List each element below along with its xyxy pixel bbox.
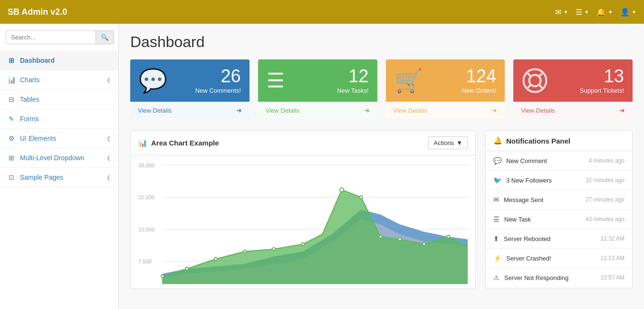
dashboard-icon: ⊞ bbox=[8, 57, 15, 64]
notif-task-icon: ☰ bbox=[493, 215, 500, 223]
chart-title-icon: 📊 bbox=[138, 139, 147, 147]
orders-label: New Orders! bbox=[461, 87, 496, 94]
sidebar-item-sample-pages[interactable]: ⊡ Sample Pages ❮ bbox=[0, 168, 118, 187]
svg-point-1 bbox=[529, 75, 541, 87]
multi-level-icon: ⊞ bbox=[8, 154, 15, 162]
notif-crash-time: 11:13 AM bbox=[600, 255, 625, 261]
chart-panel: 📊 Area Chart Example Actions ▼ bbox=[130, 130, 476, 289]
notif-item-new-task[interactable]: ☰ New Task 43 minutes ago bbox=[486, 210, 632, 229]
stat-card-tickets: 13 Support Tickets! View Details ➜ bbox=[513, 59, 633, 119]
notif-item-message-sent[interactable]: ✉ Message Sent 27 minutes ago bbox=[486, 190, 632, 210]
notif-comment-icon: 💬 bbox=[493, 157, 501, 164]
main-content: Dashboard 💬 26 New Comments! View Detail… bbox=[119, 24, 644, 309]
tasks-count: 12 bbox=[337, 67, 368, 85]
svg-line-2 bbox=[527, 72, 531, 77]
comments-label: New Comments! bbox=[195, 87, 241, 94]
notifications-header: 🔔 Notifications Panel bbox=[486, 131, 632, 151]
search-button[interactable]: 🔍 bbox=[96, 30, 114, 44]
chart-panel-header: 📊 Area Chart Example Actions ▼ bbox=[131, 131, 475, 155]
svg-point-18 bbox=[272, 248, 275, 251]
sidebar-item-tables[interactable]: ⊟ Tables bbox=[0, 90, 118, 109]
notif-item-server-not-responding[interactable]: ⚠ Server Not Responding 10:57 AM bbox=[486, 268, 632, 288]
messages-button[interactable]: ✉ ▼ bbox=[555, 8, 568, 17]
alerts-button[interactable]: 🔔 ▼ bbox=[596, 8, 613, 17]
notif-crash-icon: ⚡ bbox=[493, 254, 501, 262]
notif-crash-text: Server Crashed! bbox=[506, 255, 551, 262]
list-caret: ▼ bbox=[584, 10, 589, 15]
app-brand: SB Admin v2.0 bbox=[8, 7, 67, 17]
notifications-bell-icon: 🔔 bbox=[493, 136, 502, 145]
notif-comment-time: 4 minutes ago bbox=[589, 157, 625, 164]
sidebar-item-ui-elements[interactable]: ⚙ UI Elements ❮ bbox=[0, 129, 118, 148]
notif-item-new-followers[interactable]: 🐦 3 New Followers 12 minutes ago bbox=[486, 171, 632, 190]
ui-elements-chevron-icon: ❮ bbox=[106, 135, 111, 142]
notifications-title: Notifications Panel bbox=[506, 137, 570, 145]
svg-point-23 bbox=[398, 238, 401, 241]
notif-message-time: 27 minutes ago bbox=[586, 196, 625, 203]
notif-followers-time: 12 minutes ago bbox=[586, 177, 625, 183]
tasks-label: New Tasks! bbox=[337, 87, 368, 94]
notif-message-text: Message Sent bbox=[504, 196, 543, 203]
notif-item-server-rebooted[interactable]: ⬆ Server Rebooted 11:32 AM bbox=[486, 229, 632, 249]
notif-warning-icon: ⚠ bbox=[493, 274, 500, 281]
actions-button[interactable]: Actions ▼ bbox=[428, 136, 468, 149]
main-layout: 🔍 ⊞ Dashboard 📊 Charts ❮ ⊟ Tables ✎ bbox=[0, 24, 644, 309]
svg-point-17 bbox=[243, 250, 246, 253]
sample-pages-chevron-icon: ❮ bbox=[106, 174, 111, 181]
sidebar-search-container: 🔍 bbox=[0, 24, 118, 51]
svg-text:22,500: 22,500 bbox=[138, 194, 154, 200]
search-input[interactable] bbox=[6, 30, 96, 44]
notif-reboot-time: 11:32 AM bbox=[600, 235, 625, 242]
tickets-view-details-link[interactable]: View Details bbox=[521, 107, 555, 114]
bell-caret: ▼ bbox=[608, 10, 613, 15]
notif-followers-text: 3 New Followers bbox=[506, 177, 552, 184]
svg-text:7,500: 7,500 bbox=[138, 259, 152, 264]
tasks-card-icon: ☰ bbox=[267, 69, 285, 92]
sidebar-label-dashboard: Dashboard bbox=[20, 57, 55, 64]
stat-card-orders: 🛒 124 New Orders! View Details ➜ bbox=[386, 59, 505, 119]
notif-item-new-comment[interactable]: 💬 New Comment 4 minutes ago bbox=[486, 151, 632, 171]
orders-view-details-link[interactable]: View Details bbox=[394, 107, 427, 114]
top-navbar: SB Admin v2.0 ✉ ▼ ☰ ▼ 🔔 ▼ 👤 ▼ bbox=[0, 0, 644, 24]
svg-point-15 bbox=[185, 267, 188, 270]
actions-label: Actions bbox=[433, 139, 454, 146]
charts-icon: 📊 bbox=[8, 76, 15, 84]
tickets-count: 13 bbox=[580, 67, 624, 85]
tasks-button[interactable]: ☰ ▼ bbox=[576, 8, 589, 17]
actions-caret-icon: ▼ bbox=[456, 139, 462, 146]
orders-card-icon: 🛒 bbox=[394, 68, 423, 94]
sidebar-item-charts[interactable]: 📊 Charts ❮ bbox=[0, 70, 118, 90]
stat-card-comments: 💬 26 New Comments! View Details ➜ bbox=[130, 59, 250, 119]
sidebar-item-multi-level[interactable]: ⊞ Multi-Level Dropdown ❮ bbox=[0, 148, 118, 168]
notif-warning-text: Server Not Responding bbox=[504, 274, 568, 281]
svg-point-20 bbox=[340, 188, 344, 192]
stat-card-tasks: ☰ 12 New Tasks! View Details ➜ bbox=[258, 59, 377, 119]
ui-elements-icon: ⚙ bbox=[8, 135, 15, 142]
svg-point-19 bbox=[301, 242, 304, 245]
forms-icon: ✎ bbox=[8, 115, 15, 123]
page-title: Dashboard bbox=[130, 33, 633, 51]
user-button[interactable]: 👤 ▼ bbox=[620, 8, 636, 17]
multi-level-chevron-icon: ❮ bbox=[106, 155, 111, 161]
sidebar-label-charts: Charts bbox=[20, 76, 39, 84]
charts-chevron-icon: ❮ bbox=[106, 77, 111, 83]
tickets-label: Support Tickets! bbox=[580, 87, 624, 94]
notifications-panel: 🔔 Notifications Panel 💬 New Comment 4 mi… bbox=[485, 130, 633, 289]
bell-icon: 🔔 bbox=[596, 8, 606, 17]
sidebar-item-dashboard[interactable]: ⊞ Dashboard bbox=[0, 51, 118, 70]
user-icon: 👤 bbox=[620, 8, 630, 17]
notif-comment-text: New Comment bbox=[506, 157, 547, 164]
comments-view-details-link[interactable]: View Details bbox=[138, 107, 172, 114]
sidebar-item-forms[interactable]: ✎ Forms bbox=[0, 109, 118, 129]
notif-item-server-crashed[interactable]: ⚡ Server Crashed! 11:13 AM bbox=[486, 249, 632, 268]
svg-line-3 bbox=[539, 72, 543, 77]
chart-title: 📊 Area Chart Example bbox=[138, 139, 219, 147]
sidebar-label-forms: Forms bbox=[20, 115, 39, 123]
notif-reboot-icon: ⬆ bbox=[493, 235, 499, 242]
svg-line-4 bbox=[527, 85, 531, 89]
sidebar-label-tables: Tables bbox=[20, 96, 39, 103]
svg-line-5 bbox=[539, 85, 543, 89]
svg-point-14 bbox=[161, 275, 164, 278]
tasks-view-details-link[interactable]: View Details bbox=[266, 107, 299, 114]
svg-point-21 bbox=[360, 196, 363, 199]
